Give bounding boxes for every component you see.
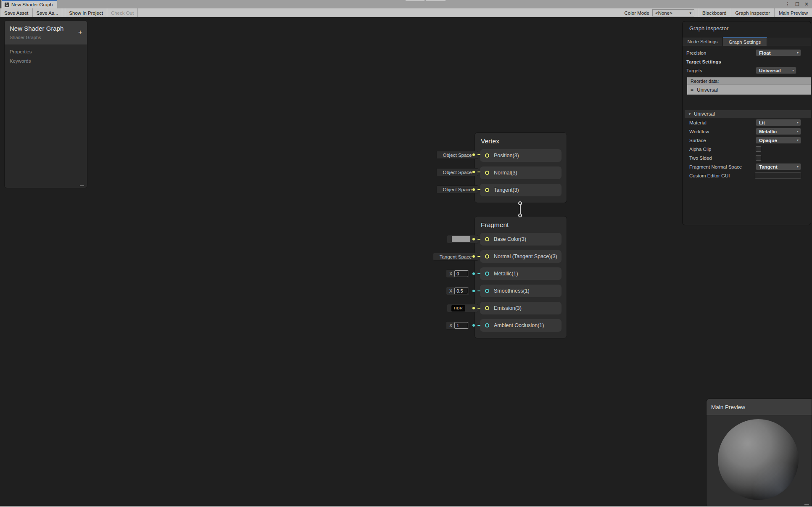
two-sided-row: Two Sided — [683, 153, 811, 162]
main-preview-panel: Main Preview — [706, 399, 812, 507]
axis-label: X — [449, 288, 452, 293]
normal-ts-space-pill[interactable]: Tangent Space — [433, 253, 478, 261]
hdr-badge[interactable]: HDR — [451, 305, 465, 312]
tangent-space-pill[interactable]: Object Space — [436, 185, 478, 193]
workflow-value: Metallic — [759, 129, 777, 134]
two-sided-label: Two Sided — [689, 156, 712, 161]
vertex-node[interactable]: Vertex Position(3) Normal(3) Tangent(3) — [475, 132, 567, 203]
metallic-value-field[interactable]: 0 — [454, 270, 468, 277]
fragment-slot-metallic[interactable]: Metallic(1) — [480, 267, 562, 280]
fragment-slot-smoothness[interactable]: Smoothness(1) — [480, 285, 562, 297]
save-asset-button[interactable]: Save Asset — [0, 8, 33, 17]
fragment-slot-emission[interactable]: Emission(3) — [480, 302, 562, 314]
blackboard-toggle-button[interactable]: Blackboard — [698, 8, 731, 17]
targets-dropdown[interactable]: Universal ▾ — [756, 67, 796, 74]
alpha-clip-label: Alpha Clip — [689, 147, 711, 152]
document-tab-title: New Shader Graph — [11, 2, 53, 7]
alpha-clip-checkbox[interactable] — [756, 146, 761, 152]
document-tab[interactable]: New Shader Graph — [2, 0, 57, 8]
port-connector — [472, 171, 482, 173]
port-connector — [472, 324, 482, 327]
normal-space-pill[interactable]: Object Space — [436, 168, 478, 176]
blackboard-panel: New Shader Graph Shader Graphs + Propert… — [4, 20, 87, 188]
color-mode-value: <None> — [655, 11, 672, 16]
fragment-slot-ambient-occlusion[interactable]: Ambient Occlusion(1) — [480, 319, 562, 332]
foldout-triangle-icon: ▼ — [688, 112, 691, 116]
reorder-item-universal[interactable]: = Universal — [687, 84, 811, 95]
chevron-down-icon: ▾ — [797, 51, 799, 55]
port-icon[interactable] — [485, 153, 489, 158]
precision-dropdown[interactable]: Float ▾ — [756, 49, 801, 56]
main-preview-title: Main Preview — [711, 404, 745, 410]
material-dropdown[interactable]: Lit ▾ — [756, 119, 801, 126]
main-preview-toggle-button[interactable]: Main Preview — [774, 8, 812, 17]
close-icon[interactable]: ✕ — [804, 2, 809, 7]
port-connector — [472, 290, 482, 292]
material-row: Material Lit ▾ — [683, 118, 811, 127]
surface-label: Surface — [689, 138, 706, 143]
check-out-button: Check Out — [107, 8, 138, 17]
position-space-pill[interactable]: Object Space — [436, 151, 478, 159]
slot-label: Emission(3) — [494, 305, 522, 311]
resize-handle[interactable] — [80, 185, 84, 186]
slot-label: Normal (Tangent Space)(3) — [494, 253, 557, 259]
port-icon[interactable] — [485, 171, 489, 175]
vertex-fragment-edge[interactable] — [520, 205, 521, 214]
blackboard-section-properties[interactable]: Properties — [5, 45, 87, 54]
chevron-down-icon: ▾ — [797, 138, 799, 142]
universal-foldout-label: Universal — [694, 111, 715, 117]
universal-foldout[interactable]: ▼ Universal — [685, 110, 811, 118]
port-icon[interactable] — [485, 272, 489, 276]
color-swatch[interactable] — [452, 236, 470, 242]
port-icon[interactable] — [485, 306, 489, 310]
surface-value: Opaque — [759, 138, 777, 143]
port-connector — [472, 255, 482, 258]
custom-editor-gui-field[interactable] — [755, 172, 801, 179]
vertex-slot-tangent[interactable]: Tangent(3) — [480, 184, 562, 196]
shader-graph-asset-icon — [5, 3, 9, 7]
add-property-button[interactable]: + — [78, 29, 82, 36]
slot-label: Metallic(1) — [494, 271, 518, 277]
workflow-dropdown[interactable]: Metallic ▾ — [756, 128, 801, 135]
window-edge — [0, 0, 1, 8]
graph-inspector-toggle-button[interactable]: Graph Inspector — [731, 8, 774, 17]
port-icon[interactable] — [485, 254, 489, 259]
surface-dropdown[interactable]: Opaque ▾ — [756, 137, 801, 144]
resize-handle[interactable] — [804, 504, 809, 505]
tab-graph-settings[interactable]: Graph Settings — [723, 37, 767, 46]
color-mode-dropdown[interactable]: <None> ▾ — [652, 9, 694, 16]
chevron-down-icon: ▾ — [689, 11, 691, 15]
port-connector — [472, 153, 482, 156]
smoothness-value-field[interactable]: 0.5 — [454, 288, 468, 294]
tab-node-settings[interactable]: Node Settings — [683, 37, 723, 46]
vertex-slot-position[interactable]: Position(3) — [480, 149, 562, 162]
port-icon[interactable] — [485, 188, 489, 192]
kebab-menu-icon[interactable]: ⋮ — [785, 2, 790, 7]
port-icon[interactable] — [485, 237, 489, 241]
alpha-clip-row: Alpha Clip — [683, 145, 811, 153]
reorder-header: Reorder data: — [687, 77, 811, 84]
vertex-node-title: Vertex — [475, 133, 567, 145]
fragment-normal-space-value: Tangent — [759, 164, 778, 169]
edge-endpoint-icon[interactable] — [518, 214, 522, 217]
port-icon[interactable] — [485, 323, 489, 327]
two-sided-checkbox[interactable] — [756, 155, 761, 161]
targets-label: Targets — [686, 68, 702, 73]
edge-endpoint-icon[interactable] — [518, 201, 522, 205]
save-as-button[interactable]: Save As... — [33, 8, 63, 17]
vertex-slot-normal[interactable]: Normal(3) — [480, 166, 562, 179]
main-preview-header[interactable]: Main Preview — [707, 399, 812, 415]
blackboard-header: New Shader Graph Shader Graphs + — [5, 21, 87, 45]
blackboard-section-keywords[interactable]: Keywords — [5, 54, 87, 63]
fragment-normal-space-dropdown[interactable]: Tangent ▾ — [756, 163, 801, 170]
axis-label: X — [449, 271, 452, 276]
drag-handle-icon[interactable]: = — [691, 87, 693, 93]
maximize-icon[interactable]: ❐ — [795, 2, 799, 7]
fragment-slot-base-color[interactable]: Base Color(3) — [480, 233, 562, 246]
fragment-slot-normal-ts[interactable]: Normal (Tangent Space)(3) — [480, 250, 562, 263]
show-in-project-button[interactable]: Show In Project — [65, 8, 107, 17]
custom-editor-gui-label: Custom Editor GUI — [689, 173, 730, 178]
port-icon[interactable] — [485, 289, 489, 293]
fragment-node[interactable]: Fragment Base Color(3) Normal (Tangent S… — [475, 216, 567, 338]
ambient-occlusion-value-field[interactable]: 1 — [454, 322, 468, 329]
